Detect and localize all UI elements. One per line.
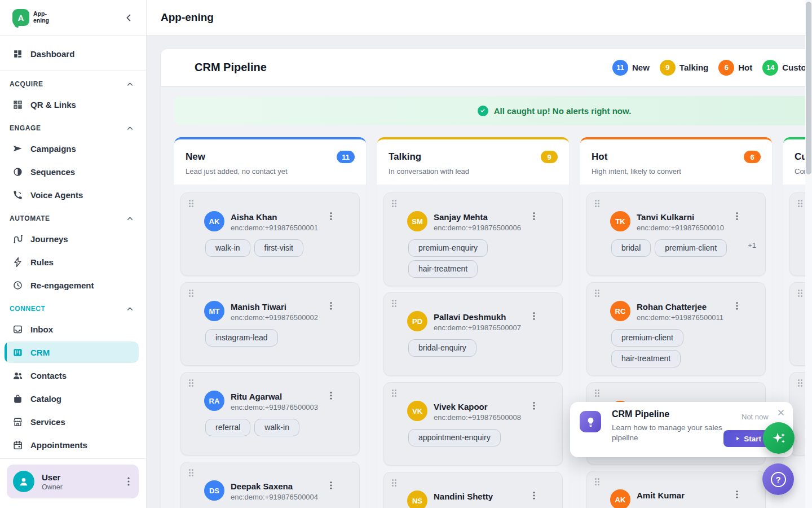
sidebar-item-re-engagement[interactable]: Re-engagement (5, 274, 139, 296)
card-menu-button[interactable] (326, 391, 336, 401)
kanban-icon (12, 347, 23, 358)
lead-card[interactable]: SM Sanjay Mehta enc:demo:+919876500006 p… (383, 192, 563, 286)
sidebar-item-appointments[interactable]: Appointments (5, 434, 139, 456)
column-subtitle: In conversation with lead (389, 167, 558, 176)
drag-handle-icon[interactable] (189, 290, 193, 297)
drag-handle-icon[interactable] (392, 300, 396, 307)
crm-pipeline-title: CRM Pipeline (161, 61, 267, 74)
scrollbar-thumb[interactable] (806, 2, 811, 174)
card-menu-button[interactable] (529, 211, 539, 221)
check-circle-icon (478, 106, 488, 116)
chevron-up-icon[interactable] (126, 305, 134, 313)
crm-pipeline-header: CRM Pipeline 11 New 9 Talking 6 Hot 14 C… (161, 49, 812, 86)
card-menu-button[interactable] (326, 301, 336, 311)
lead-card[interactable]: RC Rohan Chatterjee enc:demo:+9198765000… (586, 282, 766, 376)
tag: appointment-enquiry (408, 429, 501, 446)
card-menu-button[interactable] (529, 401, 539, 411)
user-card[interactable]: User Owner (7, 465, 139, 498)
column-header: Hot 6 High intent, likely to convert (580, 139, 772, 185)
card-menu-button[interactable] (732, 211, 742, 221)
not-now-button[interactable]: Not now (742, 413, 769, 421)
drag-handle-icon[interactable] (595, 200, 599, 207)
lead-card[interactable]: DS Deepak Saxena enc:demo:+919876500004 (180, 462, 360, 508)
sidebar-item-rules[interactable]: Rules (5, 251, 139, 273)
sidebar-item-inbox[interactable]: Inbox (5, 318, 139, 340)
sidebar-item-catalog[interactable]: Catalog (5, 388, 139, 409)
tag: referral (205, 419, 250, 436)
drag-handle-icon[interactable] (392, 479, 396, 487)
sidebar-item-campaigns[interactable]: Campaigns (5, 138, 139, 159)
stat-talking: 9 Talking (660, 60, 708, 76)
app-logo-text: App- ening (33, 11, 49, 24)
tag-list: bridal-enquiry (408, 339, 554, 357)
stat-customer: 14 Customer (762, 60, 812, 76)
lead-name: Deepak Saxena (231, 481, 318, 492)
people-icon (12, 370, 23, 381)
sidebar-item-voice-agents[interactable]: Voice Agents (5, 184, 139, 205)
drag-handle-icon[interactable] (595, 389, 599, 397)
sidebar-collapse-button[interactable] (121, 10, 136, 25)
tag-list: premium-enquiry hair-treatment (408, 239, 554, 278)
column-header: Talking 9 In conversation with lead (377, 139, 569, 185)
column-count-badge: 6 (744, 151, 761, 163)
sidebar-item-contacts[interactable]: Contacts (5, 365, 139, 386)
chevron-up-icon[interactable] (126, 80, 134, 89)
toast-body: Learn how to manage your sales pipeline (612, 423, 725, 443)
drag-handle-icon[interactable] (392, 200, 396, 207)
avatar: VK (407, 401, 427, 421)
lead-card[interactable]: NS Nandini Shetty (383, 472, 563, 508)
lead-name: Vivek Kapoor (434, 401, 521, 412)
drag-handle-icon[interactable] (595, 478, 599, 485)
chevron-up-icon[interactable] (126, 214, 134, 223)
lead-card[interactable]: AK Aisha Khan enc:demo:+919876500001 wal… (180, 192, 360, 276)
tag: premium-client (655, 239, 727, 257)
lead-card[interactable]: RA Ritu Agarwal enc:demo:+919876500003 r… (180, 372, 360, 456)
topbar: App-ening (147, 0, 812, 36)
bag-icon (12, 393, 23, 404)
sidebar-item-sequences[interactable]: Sequences (5, 161, 139, 182)
lead-name: Pallavi Deshmukh (434, 312, 521, 322)
pipeline-stats: 11 New 9 Talking 6 Hot 14 Customer (612, 49, 812, 86)
sidebar-item-crm[interactable]: CRM (5, 341, 139, 363)
card-menu-button[interactable] (529, 311, 539, 321)
card-menu-button[interactable] (732, 489, 742, 500)
section-header-automate: AUTOMATE (10, 213, 134, 224)
tag: bridal (611, 239, 651, 257)
storefront-icon (12, 417, 23, 427)
close-icon[interactable] (776, 408, 785, 417)
play-icon (735, 436, 740, 441)
lead-phone: enc:demo:+919876500006 (434, 224, 521, 232)
ai-assistant-fab[interactable] (763, 422, 795, 454)
lead-card[interactable]: VK Vivek Kapoor enc:demo:+919876500008 a… (383, 382, 563, 466)
drag-handle-icon[interactable] (189, 469, 193, 476)
drag-handle-icon[interactable] (798, 290, 802, 297)
card-menu-button[interactable] (326, 480, 336, 491)
tag-list: instagram-lead (205, 329, 351, 347)
sidebar: A App- ening Dashboard ACQUIRE QR & Link… (0, 0, 147, 508)
lead-card[interactable]: AK Amit Kumar (586, 471, 766, 508)
sidebar-item-dashboard[interactable]: Dashboard (5, 41, 139, 66)
help-fab[interactable]: ? (762, 463, 794, 495)
user-menu-button[interactable] (123, 476, 134, 487)
card-menu-button[interactable] (326, 211, 336, 221)
drag-handle-icon[interactable] (798, 379, 802, 387)
sidebar-item-services[interactable]: Services (5, 411, 139, 432)
lead-card[interactable]: MT Manish Tiwari enc:demo:+919876500002 … (180, 282, 360, 366)
chevron-up-icon[interactable] (126, 124, 134, 133)
column-new: New 11 Lead just added, no contact yet A… (174, 137, 366, 508)
drag-handle-icon[interactable] (392, 389, 396, 397)
lead-card[interactable]: PD Pallavi Deshmukh enc:demo:+9198765000… (383, 292, 563, 376)
sidebar-item-qr-links[interactable]: QR & Links (5, 94, 139, 115)
column-body: TK Tanvi Kulkarni enc:demo:+919876500010… (580, 185, 772, 508)
lead-name: Manish Tiwari (231, 301, 318, 312)
lead-card[interactable]: TK Tanvi Kulkarni enc:demo:+919876500010… (586, 192, 766, 276)
drag-handle-icon[interactable] (595, 290, 599, 297)
card-menu-button[interactable] (529, 491, 539, 501)
drag-handle-icon[interactable] (189, 379, 193, 387)
qr-code-icon (12, 99, 23, 110)
sidebar-item-journeys[interactable]: Journeys (5, 228, 139, 249)
card-menu-button[interactable] (732, 301, 742, 311)
drag-handle-icon[interactable] (798, 200, 802, 207)
drag-handle-icon[interactable] (189, 200, 193, 207)
lead-phone: enc:demo:+919876500007 (434, 323, 521, 332)
